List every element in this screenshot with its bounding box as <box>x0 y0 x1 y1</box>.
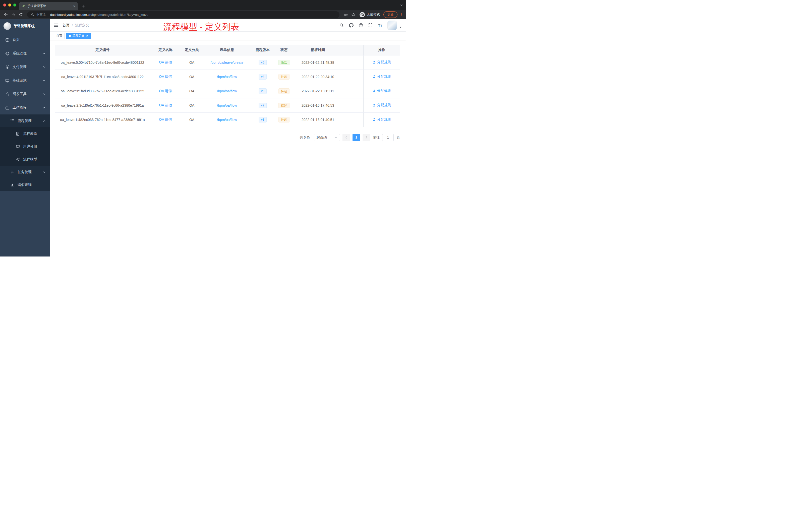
chevron-down-icon[interactable] <box>400 4 403 7</box>
next-page-button[interactable] <box>362 134 370 141</box>
breadcrumb-home[interactable]: 首页 <box>62 23 69 28</box>
github-icon[interactable] <box>349 23 353 28</box>
sidebar-item-leave-query[interactable]: 请假查询 <box>0 178 50 191</box>
tags-view: 首页流程定义× <box>50 32 406 40</box>
view-tag[interactable]: 首页 <box>54 33 65 39</box>
update-button[interactable]: 更新 <box>383 11 398 18</box>
caret-down-icon[interactable] <box>399 26 402 29</box>
back-button[interactable] <box>2 11 9 18</box>
bookmark-button[interactable] <box>350 12 356 17</box>
list-icon <box>10 119 14 123</box>
sidebar-item-user-group[interactable]: 用户分组 <box>0 140 50 153</box>
form-link[interactable]: /bpm/oa/flow <box>217 75 237 79</box>
form-link[interactable]: /bpm/oa/flow <box>217 103 237 108</box>
goto-label: 前往 <box>373 135 380 140</box>
zoom-window-button[interactable] <box>13 3 16 6</box>
assign-rule-link[interactable]: 分配规则 <box>372 60 391 64</box>
definition-id: oa_leave:2:3c1f0ef1-76b1-11ec-9c66-a2380… <box>55 98 150 113</box>
assign-rule-link[interactable]: 分配规则 <box>372 103 391 108</box>
table-row: oa_leave:5:004b710b-7b8a-11ec-8ef0-acde4… <box>55 55 400 69</box>
form-link[interactable]: /bpm/oa/flow <box>217 89 237 93</box>
assign-rule-link[interactable]: 分配规则 <box>372 74 391 79</box>
document-icon <box>16 132 20 136</box>
page-number-button[interactable]: 1 <box>352 134 360 141</box>
fullscreen-icon[interactable] <box>368 23 373 27</box>
deploy-time: 2022-01-22 20:34:10 <box>294 69 342 84</box>
sidebar-item-infrastructure[interactable]: 基础设施 <box>0 74 50 87</box>
version-badge: v1 <box>259 117 267 122</box>
column-header: 操作 <box>363 45 400 55</box>
kebab-menu-icon[interactable] <box>400 13 404 16</box>
app-logo[interactable]: 芋道管理系统 <box>0 19 50 33</box>
sidebar-item-label: 系统管理 <box>12 51 40 56</box>
sidebar-item-workflow[interactable]: 工作流程 <box>0 101 50 115</box>
column-header: 定义名称 <box>150 45 181 55</box>
status-badge: 挂起 <box>279 103 290 108</box>
definition-category: OA <box>181 69 203 84</box>
sidebar-item-system[interactable]: 系统管理 <box>0 47 50 60</box>
definition-name-link[interactable]: OA 请假 <box>159 117 172 121</box>
monitor-icon <box>5 79 9 83</box>
chevron-left-icon <box>345 136 348 139</box>
font-size-icon[interactable]: Tт <box>378 23 382 27</box>
address-bar[interactable]: 不安全 dashboard.yudao.iocoder.cn/bpm/manag… <box>27 11 340 18</box>
url-path: /bpm/manager/definition?key=oa_leave <box>91 13 148 17</box>
form-link[interactable]: /bpm/oa/leave/create <box>211 60 243 64</box>
arrow-left-icon <box>4 12 8 17</box>
page-size-select[interactable]: 10条/页 <box>314 134 340 141</box>
new-tab-button[interactable] <box>81 4 85 8</box>
form-link[interactable]: /bpm/oa/flow <box>217 118 237 122</box>
person-icon <box>372 75 376 78</box>
url-text: dashboard.yudao.iocoder.cn/bpm/manager/d… <box>50 13 148 17</box>
browser-tab[interactable]: 芋道管理系统 × <box>19 2 78 10</box>
close-window-button[interactable] <box>3 3 6 6</box>
column-header: 定义分类 <box>181 45 203 55</box>
spacer <box>342 69 363 84</box>
table-header-row: 定义编号定义名称定义分类表单信息流程版本状态部署时间操作 <box>55 45 400 55</box>
view-tag[interactable]: 流程定义× <box>66 33 91 39</box>
password-key-button[interactable] <box>343 12 349 17</box>
prev-page-button[interactable] <box>343 134 350 141</box>
chevron-right-icon <box>365 136 368 139</box>
assign-rule-link[interactable]: 分配规则 <box>372 117 391 122</box>
definition-category: OA <box>181 113 203 127</box>
sidebar-item-home[interactable]: 首页 <box>0 33 50 47</box>
reload-button[interactable] <box>18 11 24 18</box>
sidebar-item-label: 研发工具 <box>12 92 40 96</box>
definition-name-link[interactable]: OA 请假 <box>159 74 172 79</box>
hamburger-icon[interactable] <box>54 23 58 28</box>
active-dot <box>69 35 71 37</box>
sidebar-item-task-management[interactable]: 任务管理 <box>0 165 50 178</box>
status-badge: 挂起 <box>279 88 290 94</box>
dashboard-icon <box>5 38 9 42</box>
minimize-window-button[interactable] <box>8 3 11 6</box>
sidebar-item-process-model[interactable]: 流程模型 <box>0 153 50 165</box>
forward-button[interactable] <box>10 11 17 18</box>
sidebar-item-label: 流程表单 <box>23 131 46 136</box>
avatar[interactable] <box>387 21 397 30</box>
incognito-chip[interactable]: 无痕模式 <box>359 12 380 17</box>
definition-table: 定义编号定义名称定义分类表单信息流程版本状态部署时间操作 oa_leave:5:… <box>55 45 400 127</box>
gear-icon <box>5 52 9 56</box>
definition-name-link[interactable]: OA 请假 <box>159 60 172 64</box>
pagination: 共 5 条 10条/页 1 前往 页 <box>55 134 400 141</box>
person-icon <box>372 60 376 64</box>
sidebar-item-payment[interactable]: 支付管理 <box>0 60 50 74</box>
definition-name-link[interactable]: OA 请假 <box>159 89 172 93</box>
table-body: oa_leave:5:004b710b-7b8a-11ec-8ef0-acde4… <box>55 55 400 127</box>
help-icon[interactable] <box>359 23 363 27</box>
chevron-up-icon <box>43 119 46 122</box>
assign-rule-link[interactable]: 分配规则 <box>372 89 391 93</box>
total-count: 共 5 条 <box>300 135 310 140</box>
column-header: 定义编号 <box>55 45 150 55</box>
goto-page-input[interactable] <box>382 134 394 141</box>
tab-close-icon[interactable]: × <box>73 4 75 8</box>
sidebar-item-process-management[interactable]: 流程管理 <box>0 115 50 127</box>
sidebar-item-process-form[interactable]: 流程表单 <box>0 127 50 140</box>
spacer <box>342 55 363 69</box>
close-icon[interactable]: × <box>86 34 88 37</box>
definition-name-link[interactable]: OA 请假 <box>159 103 172 107</box>
search-icon[interactable] <box>340 23 344 27</box>
incognito-icon <box>359 12 365 17</box>
sidebar-item-devtools[interactable]: 研发工具 <box>0 87 50 101</box>
